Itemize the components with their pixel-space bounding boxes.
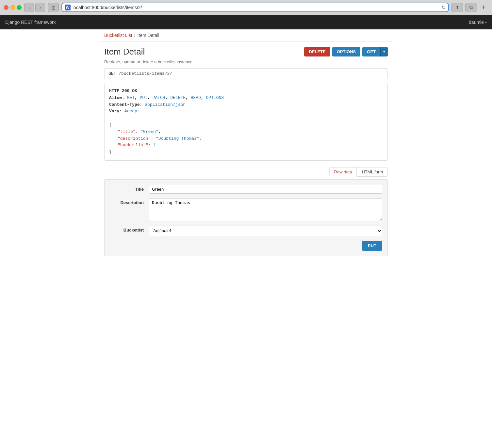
traffic-lights	[4, 5, 22, 10]
address-bar[interactable]: W ↻	[61, 3, 449, 12]
breadcrumb-separator: /	[134, 33, 136, 38]
back-button[interactable]: ‹	[24, 3, 34, 12]
form-actions: PUT	[110, 241, 382, 251]
sidebar-icon: ◫	[51, 5, 56, 10]
navbar-username: daumie	[469, 20, 484, 25]
description-input[interactable]: Doubting Thomas	[149, 198, 382, 221]
get-dropdown-button[interactable]: ▾	[380, 47, 388, 56]
navbar-brand: Django REST framework	[5, 20, 56, 25]
add-icon: +	[482, 4, 485, 11]
request-path-prefix: /bucketlists/items/	[119, 71, 167, 76]
breadcrumb: Bucketlist List / Item Detail	[99, 29, 393, 41]
favicon: W	[65, 5, 71, 10]
share-button[interactable]: ⬆	[451, 3, 463, 12]
forward-icon: ›	[40, 5, 41, 10]
description-label: Description	[110, 198, 149, 205]
reload-button[interactable]: ↻	[441, 4, 446, 10]
options-button[interactable]: OPTIONS	[332, 47, 361, 56]
forward-button[interactable]: ›	[35, 3, 45, 12]
close-button[interactable]	[4, 5, 8, 10]
get-button[interactable]: GET	[362, 47, 380, 56]
tab-icon: ⧉	[469, 5, 473, 10]
back-icon: ‹	[28, 5, 30, 10]
address-input[interactable]	[73, 5, 439, 10]
add-tab-button[interactable]: +	[479, 3, 488, 12]
put-button[interactable]: PUT	[362, 241, 382, 251]
page-subtitle: Retrieve, update or delete a bucketlist …	[99, 59, 393, 68]
header-actions: DELETE OPTIONS GET ▾	[304, 47, 388, 56]
share-icon: ⬆	[455, 5, 459, 10]
form-row-bucketlist: Bucketlist Adjf;oaief	[110, 226, 382, 236]
form-tabs: Raw data HTML form	[99, 167, 393, 179]
form-container: Title Description Doubting Thomas Bucket…	[104, 179, 388, 256]
minimize-button[interactable]	[10, 5, 15, 10]
sidebar-toggle[interactable]: ◫	[48, 3, 59, 12]
page-header: Item Detail DELETE OPTIONS GET ▾	[99, 41, 393, 59]
request-path-suffix: /	[170, 71, 172, 76]
delete-button[interactable]: DELETE	[304, 47, 330, 56]
tab-raw-data[interactable]: Raw data	[329, 167, 357, 177]
new-tab-button[interactable]: ⧉	[465, 3, 477, 12]
response-allow-header: Allow: GET, PUT, PATCH, DELETE, HEAD, OP…	[109, 95, 383, 102]
form-row-title: Title	[110, 185, 382, 194]
navbar-user-caret: ▾	[485, 21, 487, 24]
bucketlist-select[interactable]: Adjf;oaief	[149, 226, 382, 236]
navbar-user[interactable]: daumie ▾	[469, 20, 487, 25]
title-input[interactable]	[149, 185, 382, 194]
response-block: HTTP 200 OK Allow: GET, PUT, PATCH, DELE…	[104, 83, 388, 161]
request-method: GET	[108, 71, 116, 76]
bucketlist-label: Bucketlist	[110, 226, 149, 232]
fullscreen-button[interactable]	[17, 5, 22, 10]
browser-actions: ⬆ ⧉ +	[451, 3, 488, 12]
response-content-type-header: Content-Type: application/json	[109, 102, 383, 108]
breadcrumb-link[interactable]: Bucketlist List	[104, 33, 132, 38]
get-button-group: GET ▾	[362, 47, 388, 56]
page-title: Item Detail	[104, 47, 145, 57]
nav-buttons: ‹ ›	[24, 3, 45, 12]
response-json: { "title": "Green", "description": "Doub…	[109, 122, 383, 156]
title-label: Title	[110, 185, 149, 192]
request-line: GET /bucketlists/items/2/	[104, 68, 388, 79]
app-navbar: Django REST framework daumie ▾	[0, 15, 492, 29]
app-content: Bucketlist List / Item Detail Item Detai…	[99, 29, 393, 291]
form-row-description: Description Doubting Thomas	[110, 198, 382, 221]
response-status: HTTP 200 OK	[109, 88, 383, 95]
breadcrumb-current: Item Detail	[137, 33, 159, 38]
tab-html-form[interactable]: HTML form	[357, 167, 388, 177]
response-vary-header: Vary: Accept	[109, 108, 383, 115]
